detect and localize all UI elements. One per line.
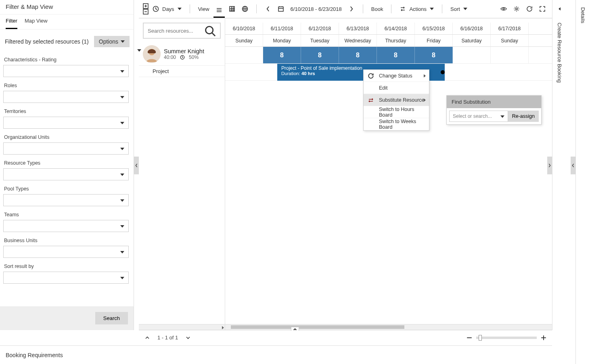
menu-switch-hours[interactable]: Switch to Hours Board [364, 106, 429, 118]
resource-search-input[interactable] [148, 28, 204, 34]
book-button[interactable]: Book [369, 4, 386, 14]
filter-field-7[interactable] [3, 246, 129, 258]
collapse-create-handle[interactable] [547, 157, 552, 174]
create-booking-label: Create Resource Booking [557, 23, 563, 83]
details-strip[interactable]: Details [575, 0, 590, 364]
view-map-button[interactable] [239, 4, 251, 14]
chevron-left-icon [265, 6, 271, 12]
view-list-button[interactable] [213, 5, 225, 18]
date-header-row: 6/10/20186/11/20186/12/20186/13/20186/14… [225, 23, 552, 35]
search-icon[interactable] [204, 25, 216, 37]
chevron-right-icon [424, 98, 426, 102]
avatar [143, 45, 161, 63]
search-button[interactable]: Search [95, 312, 128, 324]
date-cell[interactable]: 6/13/2018 [339, 23, 377, 34]
calendar-icon [278, 6, 284, 12]
reassign-button[interactable]: Re-assign [508, 111, 539, 122]
menu-edit[interactable]: Edit [364, 82, 429, 94]
chevron-down-icon[interactable] [137, 49, 141, 52]
project-subrow[interactable]: Project [139, 66, 225, 77]
filter-field-8[interactable] [3, 272, 129, 284]
filter-field-5[interactable] [3, 194, 129, 206]
hours-cell[interactable]: 8 [415, 47, 453, 63]
options-button-label: Options [99, 38, 118, 45]
menu-substitute-resource[interactable]: Substitute Resource [364, 94, 429, 106]
grid-icon [229, 6, 235, 12]
actions-button[interactable]: Actions [397, 4, 436, 14]
collapse-filter-handle[interactable] [134, 157, 139, 174]
filter-field-0[interactable] [3, 65, 129, 77]
menu-change-status[interactable]: Change Status [364, 70, 429, 82]
chevron-down-icon[interactable] [185, 335, 191, 341]
tab-filter[interactable]: Filter [6, 18, 17, 29]
day-cell: Sunday [225, 35, 263, 46]
find-substitution-title: Find Substitution [447, 96, 541, 108]
filter-field-label: Teams [3, 212, 129, 218]
date-range[interactable]: 6/10/2018 - 6/23/2018 [288, 4, 344, 14]
menu-switch-weeks[interactable]: Switch to Weeks Board [364, 118, 429, 130]
schedule-board: Summer Knight 40:00 50% Project 6/10/201… [139, 19, 552, 330]
hours-cell[interactable] [453, 47, 491, 63]
options-button[interactable]: Options [94, 36, 130, 47]
filter-field-1[interactable] [3, 91, 129, 103]
chevron-down-icon [121, 40, 125, 43]
view-label: View [196, 4, 212, 14]
resource-column-scrollbar[interactable] [139, 324, 225, 330]
board-horizontal-scrollbar[interactable] [225, 324, 552, 330]
zoom-control[interactable] [467, 335, 546, 341]
filter-field-3[interactable] [3, 142, 129, 155]
filter-field-label: Territories [3, 109, 129, 114]
drag-up-handle[interactable] [291, 327, 299, 331]
create-booking-strip[interactable]: Create Resource Booking [552, 0, 567, 330]
substitution-select[interactable]: Select or search... [449, 111, 508, 122]
hours-cell[interactable]: 8 [301, 47, 339, 63]
filter-field-4[interactable] [3, 168, 129, 180]
zoom-slider[interactable] [476, 337, 537, 339]
paging-label: 1 - 1 of 1 [157, 335, 178, 341]
filter-field-6[interactable] [3, 220, 129, 232]
eye-icon [500, 6, 507, 12]
time-scale-days[interactable]: Days [150, 4, 184, 14]
chevron-up-icon[interactable] [144, 335, 150, 341]
hours-cell[interactable] [491, 47, 529, 63]
hours-cell[interactable]: 8 [339, 47, 377, 63]
expand-button[interactable] [537, 4, 548, 14]
hours-cell[interactable]: 8 [263, 47, 301, 63]
date-cell[interactable]: 6/17/2018 [491, 23, 529, 34]
svg-point-23 [206, 26, 213, 33]
date-cell[interactable]: 6/11/2018 [263, 23, 301, 34]
date-cell[interactable]: 6/16/2018 [453, 23, 491, 34]
expand-collapse-rows[interactable] [143, 3, 149, 15]
filter-fields: Characteristics - Rating Roles Territori… [0, 54, 134, 306]
date-picker[interactable] [275, 4, 287, 14]
filter-field-2[interactable] [3, 117, 129, 129]
zoom-out-icon[interactable] [467, 335, 472, 341]
hours-cell[interactable] [225, 47, 263, 63]
date-next[interactable] [346, 4, 357, 14]
collapse-details-handle[interactable] [571, 157, 575, 174]
day-cell: Thursday [377, 35, 415, 46]
tab-map-view[interactable]: Map View [25, 18, 48, 29]
resource-search[interactable] [143, 23, 221, 39]
settings-button[interactable] [511, 4, 522, 14]
filter-field-label: Business Units [3, 238, 129, 243]
svg-line-24 [212, 33, 215, 36]
date-cell[interactable]: 6/14/2018 [377, 23, 415, 34]
view-grid-button[interactable] [226, 4, 238, 14]
status-icon [368, 73, 374, 79]
visibility-button[interactable] [498, 4, 509, 14]
refresh-button[interactable] [524, 4, 535, 14]
hours-cell[interactable]: 8 [377, 47, 415, 63]
filter-field-label: Roles [3, 83, 129, 88]
svg-rect-17 [278, 7, 283, 11]
date-prev[interactable] [262, 4, 274, 14]
zoom-in-icon[interactable] [541, 335, 546, 341]
date-cell[interactable]: 6/15/2018 [415, 23, 453, 34]
toolbar: Days View 6/10/2018 - 6/23/2018 Book Act… [139, 0, 552, 19]
booking-requirements-bar[interactable]: Booking Requirements [0, 345, 552, 364]
date-cell[interactable]: 6/10/2018 [225, 23, 263, 34]
resource-row[interactable]: Summer Knight 40:00 50% [139, 43, 225, 66]
sort-button[interactable]: Sort [448, 4, 470, 14]
day-cell: Sunday [491, 35, 529, 46]
date-cell[interactable]: 6/12/2018 [301, 23, 339, 34]
